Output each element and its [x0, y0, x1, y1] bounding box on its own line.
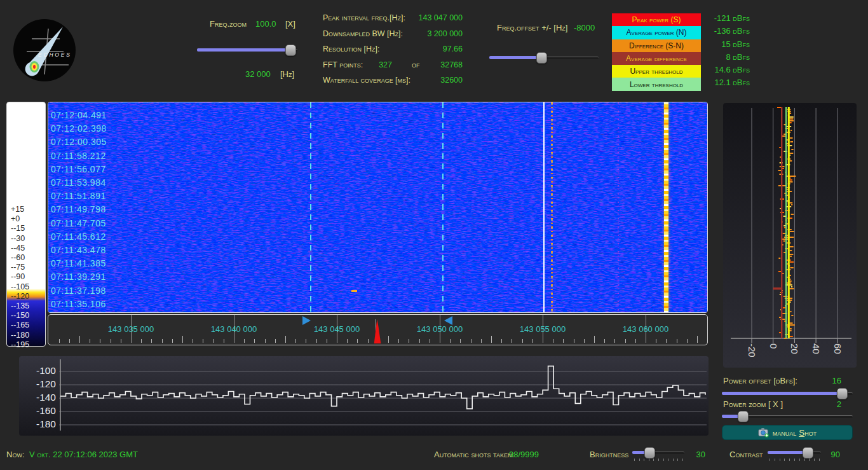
- freq-offset-slider-handle[interactable]: [536, 52, 547, 64]
- freq-minor-tick: [79, 336, 80, 343]
- freq-minor-tick: [214, 339, 214, 343]
- readout-average-power-n: -136 dBfs: [698, 26, 750, 39]
- stats-label: Peak interval freq.[Hz]:: [323, 13, 405, 22]
- spectrum-ytick-label: -180: [21, 418, 56, 430]
- power-zoom-label: Power zoom [ X ]: [723, 399, 783, 409]
- brightness-slider-tick: [673, 459, 674, 461]
- readout-lower-threshold: 12.1 dBfs: [698, 78, 750, 90]
- stats-label: Downsampled BW [Hz]:: [323, 29, 403, 38]
- echoes-logo: ECHOES: [13, 18, 76, 82]
- legend-button-difference-s-n[interactable]: Difference (S-N): [612, 39, 701, 52]
- freq-minor-tick: [471, 339, 471, 343]
- power-zoom-slider-handle[interactable]: [738, 411, 749, 422]
- manual-shot-button[interactable]: manual Shot: [722, 425, 853, 440]
- colorbar-scale-label: --15: [11, 224, 25, 233]
- freq-scale-label: 143 040 000: [202, 324, 266, 334]
- waterfall-timestamp: 07:11:58.212: [51, 151, 106, 161]
- waterfall-signal-magenta: [618, 102, 619, 312]
- power-zoom-slider[interactable]: [722, 411, 853, 421]
- colorbar-scale-label: --75: [11, 263, 25, 272]
- readout-difference-s-n: 15 dBfs: [698, 39, 750, 52]
- freq-minor-tick: [563, 339, 564, 343]
- power-offset-slider-handle[interactable]: [837, 388, 848, 399]
- power-offset-slider[interactable]: [722, 388, 853, 398]
- freq-minor-tick: [368, 339, 369, 343]
- legend-readouts: -121 dBfs-136 dBfs15 dBfs8 dBfs14.6 dBfs…: [698, 13, 750, 91]
- waterfall-display[interactable]: 07:12:04.49107:12:02.39807:12:00.30507:1…: [48, 102, 708, 313]
- waterfall-timestamp: 07:11:51.891: [51, 191, 106, 201]
- brightness-slider-tick: [668, 459, 668, 461]
- legend-button-average-difference[interactable]: Average difference: [612, 52, 701, 65]
- freq-scale-label: 143 060 000: [614, 324, 677, 334]
- freq-zoom-slider[interactable]: [197, 45, 297, 55]
- colorbar-scale-label: --180: [11, 331, 29, 340]
- contrast-slider-tick: [814, 459, 815, 461]
- stats-row: Peak interval freq.[Hz]:143 047 000: [323, 13, 464, 24]
- brightness-value: 30: [686, 450, 705, 459]
- manual-shot-label: manual Shot: [773, 428, 817, 438]
- brightness-slider-tick: [663, 459, 664, 461]
- freq-zoom-slider-handle[interactable]: [285, 45, 296, 56]
- freq-minor-tick: [182, 336, 183, 343]
- peak-frequency-marker[interactable]: [373, 319, 382, 343]
- brightness-slider-tick: [682, 459, 683, 461]
- waterfall-signal-blip: [351, 290, 357, 292]
- freq-minor-tick: [244, 339, 245, 343]
- contrast-label: Contrast: [729, 450, 763, 459]
- legend-button-peak-power-s[interactable]: Peak power (S): [612, 13, 701, 26]
- waterfall-timestamp: 07:11:56.077: [51, 164, 106, 174]
- freq-minor-tick: [614, 339, 615, 343]
- power-axis-label: 0: [768, 343, 779, 349]
- echoes-main-window: ECHOES Freq.zoom 100.0 [X] 32 000 [Hz] P…: [0, 0, 868, 470]
- freq-zoom-slider-fill: [197, 48, 292, 52]
- colorbar-scale-label: +15: [11, 205, 24, 214]
- contrast-slider-tick: [809, 459, 810, 461]
- power-colorbar: +15+0--15--30--45--60--75--90--105--120-…: [6, 102, 46, 347]
- brightness-slider[interactable]: [632, 447, 684, 457]
- contrast-slider-tick: [784, 459, 785, 461]
- freq-offset-value: -8000: [574, 23, 595, 32]
- freq-minor-tick: [224, 339, 224, 343]
- colorbar-scale-label: --30: [11, 234, 25, 244]
- freq-minor-tick: [69, 339, 70, 343]
- legend-button-upper-threshold[interactable]: Upper threshold: [612, 65, 701, 78]
- contrast-slider-handle[interactable]: [803, 447, 813, 459]
- stats-label: Waterfall coverage [ms]:: [323, 76, 410, 85]
- band-end-marker-icon[interactable]: [444, 316, 452, 325]
- freq-minor-tick: [584, 339, 585, 343]
- freq-minor-tick: [512, 339, 512, 343]
- waterfall-timestamp: 07:11:45.612: [51, 232, 106, 242]
- waterfall-noise: [48, 102, 707, 312]
- freq-minor-tick: [656, 339, 656, 343]
- waterfall-signal-white: [543, 102, 545, 312]
- spectrum-plot: -100-120-140-160-180: [19, 356, 709, 436]
- brightness-slider-handle[interactable]: [644, 447, 655, 459]
- frequency-scale[interactable]: 143 035 000143 040 000143 045 000143 050…: [48, 314, 708, 345]
- freq-minor-tick: [306, 339, 306, 343]
- readout-upper-threshold: 14.6 dBfs: [698, 65, 750, 78]
- freq-minor-tick: [419, 339, 420, 343]
- spectrum-ytick-label: -100: [21, 365, 56, 377]
- freq-zoom-bw-unit: [Hz]: [280, 69, 294, 79]
- freq-minor-tick: [635, 339, 636, 343]
- freq-scale-label: 143 050 000: [408, 324, 471, 334]
- legend-button-average-power-n[interactable]: Average power (N): [612, 26, 701, 39]
- freq-minor-tick: [90, 339, 90, 343]
- freq-minor-tick: [275, 339, 276, 343]
- stats-value: 143 047 000: [418, 13, 463, 22]
- now-label: Now:: [6, 450, 25, 459]
- band-start-marker-icon[interactable]: [302, 316, 311, 325]
- now-value: V окт. 22 07:12:06 2023 GMT: [29, 450, 138, 459]
- contrast-slider[interactable]: [768, 447, 821, 457]
- freq-minor-tick: [522, 339, 523, 343]
- freq-offset-slider[interactable]: [489, 52, 599, 62]
- readout-average-difference: 8 dBfs: [698, 52, 750, 65]
- power-axis-label: 60: [832, 343, 843, 354]
- freq-minor-tick: [203, 339, 203, 343]
- freq-minor-tick: [347, 339, 348, 343]
- waterfall-timestamp: 07:11:37.198: [51, 286, 106, 296]
- colorbar-scale-label: +0: [11, 214, 20, 224]
- contrast-slider-tick: [799, 459, 800, 461]
- legend-button-lower-threshold[interactable]: Lower threshold: [612, 78, 701, 90]
- freq-minor-tick: [357, 339, 358, 343]
